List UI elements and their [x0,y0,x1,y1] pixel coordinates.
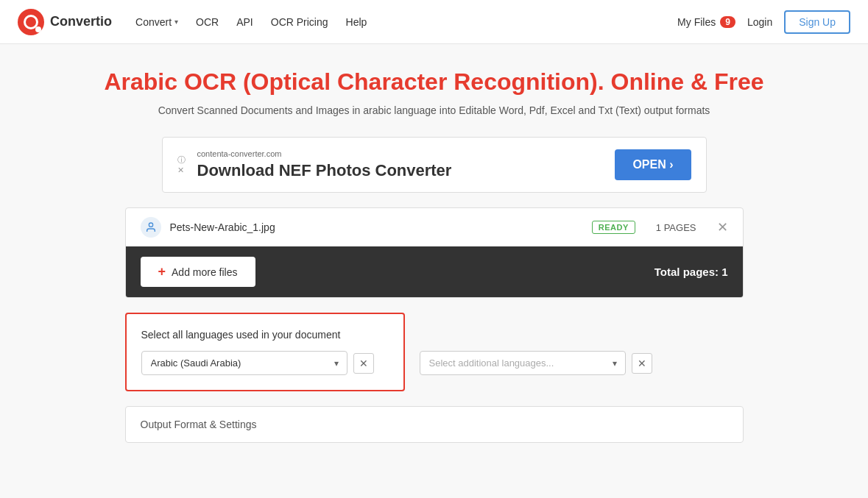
additional-lang-wrapper: Select additional languages... ▾ [420,351,626,375]
main-content: Arabic OCR (Optical Character Recognitio… [29,44,839,443]
nav-help[interactable]: Help [346,16,367,28]
total-pages-value: 1 [721,266,727,278]
nav-ocr-pricing[interactable]: OCR Pricing [271,16,328,28]
total-pages: Total pages: 1 [654,266,728,278]
file-row: Pets-New-Arabic_1.jpg READY 1 PAGES ✕ [126,208,743,246]
logo-text: Convertio [50,14,112,29]
ad-info: contenta-converter.com Download NEF Phot… [197,149,452,180]
header: Convertio Convert ▾ OCR API OCR Pricing … [0,0,868,44]
logo[interactable]: Convertio [18,9,112,35]
file-name: Pets-New-Arabic_1.jpg [170,221,583,233]
files-badge: 9 [720,16,735,28]
bottom-bar: + Add more files Total pages: 1 [126,246,743,297]
ready-badge: READY [592,221,635,234]
nav-ocr[interactable]: OCR [196,16,219,28]
ad-open-button[interactable]: OPEN › [615,149,691,180]
output-section: Output Format & Settings [125,406,744,443]
additional-language-select[interactable]: Select additional languages... [420,351,626,375]
header-right: My Files 9 Login Sign Up [677,10,850,34]
login-button[interactable]: Login [747,16,772,28]
plus-icon: + [158,264,166,280]
language-box: Select all languages used in your docume… [125,313,405,391]
page-title: Arabic OCR (Optical Character Recognitio… [44,68,825,96]
add-files-button[interactable]: + Add more files [141,257,255,287]
additional-lang-clear-button[interactable]: ✕ [632,353,652,374]
total-pages-label: Total pages: [654,266,719,278]
additional-lang-section: Select additional languages... ▾ ✕ [420,351,652,375]
language-row: Arabic (Saudi Arabia) ▾ ✕ [141,351,389,375]
primary-lang-wrapper: Arabic (Saudi Arabia) ▾ [141,351,347,375]
main-nav: Convert ▾ OCR API OCR Pricing Help [135,16,367,28]
ad-banner: ⓘ ✕ contenta-converter.com Download NEF … [162,137,707,193]
ad-domain: contenta-converter.com [197,149,452,158]
output-format-label: Output Format & Settings [141,419,257,430]
ad-title: Download NEF Photos Converter [197,161,452,180]
my-files-button[interactable]: My Files 9 [677,16,735,28]
svg-point-0 [149,223,152,227]
file-icon [141,217,161,238]
my-files-label: My Files [677,16,716,28]
ad-info-icon: ⓘ [177,154,186,166]
selectors-row: Select all languages used in your docume… [125,313,744,391]
nav-api[interactable]: API [236,16,253,28]
language-label: Select all languages used in your docume… [141,329,389,341]
page-subtitle: Convert Scanned Documents and Images in … [44,104,825,116]
file-close-button[interactable]: ✕ [717,219,728,235]
header-left: Convertio Convert ▾ OCR API OCR Pricing … [18,9,367,35]
chevron-down-icon: ▾ [174,18,178,26]
primary-lang-clear-button[interactable]: ✕ [353,353,374,374]
nav-convert[interactable]: Convert ▾ [135,16,178,28]
file-container: Pets-New-Arabic_1.jpg READY 1 PAGES ✕ + … [125,207,744,298]
ad-close-icon[interactable]: ✕ [177,166,184,175]
primary-language-select[interactable]: Arabic (Saudi Arabia) [141,351,347,375]
signup-button[interactable]: Sign Up [784,10,850,34]
logo-icon [18,9,44,35]
add-files-label: Add more files [172,266,237,278]
file-pages: 1 PAGES [656,222,696,233]
